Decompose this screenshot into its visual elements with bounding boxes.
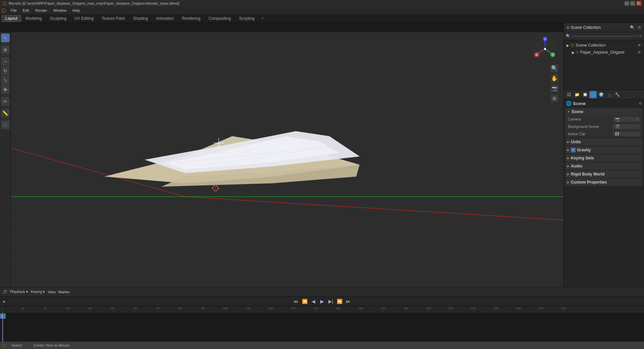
tab-modeling[interactable]: Modeling (21, 15, 46, 22)
modifier-props-icon[interactable]: 🔧 (613, 91, 621, 98)
keying-menu[interactable]: Keying ▾ (31, 290, 45, 294)
rotate-tool-button[interactable]: ↻ (1, 66, 10, 75)
frame-number-30: 30 (66, 307, 69, 310)
hand-pan-icon[interactable]: ✋ (550, 74, 558, 82)
maximize-button[interactable]: □ (631, 1, 635, 6)
tab-scripting[interactable]: Scripting (235, 15, 259, 22)
jump-back-button[interactable]: ⏪ (301, 298, 308, 305)
props-options-icon[interactable]: ⚙ (639, 101, 642, 106)
title-text: Blender [E:\work\WIP\Paper_Airplane_Orig… (9, 1, 625, 5)
audio-section-header[interactable]: ▶ Audio (565, 162, 643, 170)
frame-number-230: 230 (516, 307, 521, 310)
play-button[interactable]: ▶ (318, 298, 326, 305)
tab-shading[interactable]: Shading (129, 15, 152, 22)
eye-icon[interactable]: 👁 (638, 43, 641, 47)
active-clip-value[interactable]: 🎞 (613, 132, 640, 136)
units-section-header[interactable]: ▶ Units (565, 138, 643, 146)
prev-frame-button[interactable]: ◀ (310, 298, 317, 305)
outliner-search-input[interactable] (572, 36, 637, 37)
units-section: ▶ Units (565, 138, 643, 146)
properties-icons-bar: 🖼 📁 🔲 🌐 🌍 △ 🔧 (564, 90, 644, 99)
menu-edit[interactable]: Edit (20, 8, 32, 13)
gravity-section-header[interactable]: ▶ ✓ Gravity (565, 146, 643, 154)
add-object-button[interactable]: □ (1, 120, 10, 129)
transform-tool-button[interactable]: ✥ (1, 85, 10, 94)
tab-sculpting[interactable]: Sculpting (46, 15, 70, 22)
orthographic-icon[interactable]: ⊞ (550, 94, 558, 102)
rigid-body-world-header[interactable]: ▶ Rigid Body World (565, 170, 643, 178)
custom-properties-section: ▶ Custom Properties (565, 179, 643, 186)
measure-tool-button[interactable]: 📏 (1, 109, 10, 117)
gravity-checkbox[interactable]: ✓ (571, 148, 576, 152)
select-tool-button[interactable]: ↖ (1, 34, 10, 42)
tab-layout[interactable]: Layout (1, 15, 21, 22)
jump-to-start-button[interactable]: ⏮ (292, 298, 300, 305)
scene-collection-item[interactable]: ▶ ▽ Scene Collection 👁 (564, 42, 644, 49)
units-title: Units (571, 140, 581, 144)
scene-section: ▼ Scene Camera 📷 ⁝ Background Scene 🎬 (565, 108, 643, 138)
svg-point-40 (215, 188, 216, 189)
audio-section: ▶ Audio (565, 162, 643, 170)
output-props-icon[interactable]: 📁 (573, 91, 581, 98)
timeline-controls: ● ⏮ ⏪ ◀ ▶ ▶| ⏩ ⏭ 1 🕐 Start 1 End 250 (0, 297, 644, 306)
object-props-icon[interactable]: △ (605, 91, 613, 98)
next-frame-button[interactable]: ▶| (327, 298, 334, 305)
jump-to-end-button[interactable]: ⏭ (344, 298, 352, 305)
frame-number-80: 80 (179, 307, 182, 310)
tab-texture-paint[interactable]: Texture Paint (98, 15, 129, 22)
view-menu-timeline[interactable]: View (48, 290, 56, 294)
scene-props-icon[interactable]: 🌐 (589, 91, 597, 98)
viewport-nav-icons: 🔍 ✋ 📷 ⊞ (550, 64, 558, 102)
world-props-icon[interactable]: 🌍 (597, 91, 605, 98)
paper-airplane-item[interactable]: ▶ ▽ Paper_Airplane_Origami 👁 (564, 49, 644, 56)
menu-help[interactable]: Help (70, 8, 83, 13)
playback-menu[interactable]: Playback ▾ (10, 290, 28, 294)
frame-number-60: 60 (133, 307, 137, 310)
tab-compositing[interactable]: Compositing (205, 15, 235, 22)
navigation-gizmo[interactable]: Z Y X 🔍 ✋ 📷 ⊞ (532, 36, 558, 62)
3d-viewport[interactable]: ⬛ Object Mode ▼ View Select Add Object G… (11, 32, 564, 287)
tab-uv-editing[interactable]: UV Editing (70, 15, 98, 22)
camera-value[interactable]: 📷 ⁝ (613, 117, 640, 122)
frame-number-10: 10 (21, 307, 24, 310)
move-tool-button[interactable]: ↔ (1, 57, 10, 66)
outliner-content: ▶ ▽ Scene Collection 👁 ▶ ▽ Paper_Airplan… (564, 40, 644, 57)
blender-status-logo[interactable]: ⬡ (3, 343, 6, 348)
outliner-filter-icon[interactable]: ▼ (639, 34, 642, 38)
tab-rendering[interactable]: Rendering (178, 15, 204, 22)
cursor-tool-button[interactable]: ⊕ (1, 45, 10, 54)
minimize-button[interactable]: — (625, 1, 629, 6)
menu-file[interactable]: File (8, 8, 19, 13)
workspace-tabs: Layout Modeling Sculpting UV Editing Tex… (0, 14, 644, 23)
scene-collection-label: Scene Collection (576, 43, 606, 48)
camera-eyedropper[interactable]: ⁝ (637, 117, 638, 121)
keyframe-area[interactable]: 1 (0, 313, 644, 342)
keying-sets-header[interactable]: ▶ Keying Sets (565, 154, 643, 162)
menu-window[interactable]: Window (51, 8, 69, 13)
add-workspace-button[interactable]: + (259, 15, 266, 22)
item-eye-icon[interactable]: 👁 (638, 50, 641, 54)
custom-props-header[interactable]: ▶ Custom Properties (565, 179, 643, 186)
menu-render[interactable]: Render (33, 8, 50, 13)
scale-tool-button[interactable]: ⤡ (1, 76, 10, 85)
scene-props-title-row: 🌐 Scene ⚙ (564, 99, 644, 107)
tool-separator-3 (2, 95, 9, 96)
scene-section-header[interactable]: ▼ Scene (565, 108, 643, 115)
view-layer-props-icon[interactable]: 🔲 (581, 91, 589, 98)
tab-animation[interactable]: Animation (152, 15, 178, 22)
render-props-icon[interactable]: 🖼 (565, 91, 573, 98)
frame-number-190: 190 (426, 307, 431, 310)
camera-view-icon[interactable]: 📷 (550, 84, 558, 92)
left-toolbar: ↖ ⊕ ↔ ↻ ⤡ ✥ ✏ 📏 □ (0, 32, 11, 287)
background-scene-value[interactable]: 🎬 (613, 124, 640, 129)
marker-menu[interactable]: Marker (58, 290, 70, 294)
clip-icon: 🎞 (615, 132, 619, 136)
camera-field-icon: 📷 (615, 117, 620, 121)
zoom-camera-icon[interactable]: 🔍 (550, 64, 558, 72)
close-button[interactable]: ✕ (637, 1, 641, 6)
annotate-tool-button[interactable]: ✏ (1, 97, 10, 106)
outliner-options-icon[interactable]: ⚙ (638, 25, 641, 30)
scene-icon: 🌐 (566, 101, 572, 106)
filter-icon[interactable]: 🔍 (630, 25, 635, 30)
jump-forward-button[interactable]: ⏩ (336, 298, 343, 305)
